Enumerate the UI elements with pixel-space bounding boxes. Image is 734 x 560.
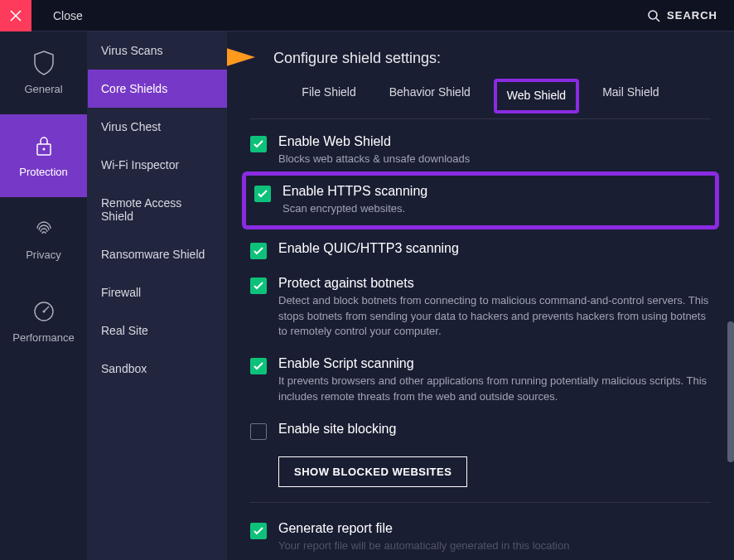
nav-label: General xyxy=(24,83,62,95)
lock-icon xyxy=(32,134,56,157)
setting-title: Generate report file xyxy=(278,521,569,536)
checkbox-quic[interactable] xyxy=(250,243,267,259)
search-label: SEARCH xyxy=(667,9,717,22)
tab-file-shield[interactable]: File Shield xyxy=(297,82,360,110)
nav-label: Performance xyxy=(12,331,74,344)
setting-title: Enable Script scanning xyxy=(278,356,711,371)
nav-item-protection[interactable]: Protection xyxy=(0,114,87,197)
search-button[interactable]: SEARCH xyxy=(647,9,717,22)
setting-desc: Your report file will be automatically g… xyxy=(278,538,569,554)
close-label: Close xyxy=(53,9,83,22)
close-icon xyxy=(10,10,22,22)
setting-desc: Blocks web attacks & unsafe downloads xyxy=(278,152,470,167)
subnav-item-remote-access[interactable]: Remote Access Shield xyxy=(88,184,227,235)
close-button[interactable] xyxy=(0,0,31,31)
tab-behavior-shield[interactable]: Behavior Shield xyxy=(384,82,476,110)
svg-point-0 xyxy=(649,11,657,19)
nav-item-privacy[interactable]: Privacy xyxy=(0,197,87,280)
content-panel: Configure shield settings: File Shield B… xyxy=(227,31,734,560)
setting-title: Enable QUIC/HTTP3 scanning xyxy=(278,241,459,256)
nav-label: Protection xyxy=(19,166,68,178)
setting-desc: It prevents browsers and other applicati… xyxy=(278,374,711,405)
page-title: Configure shield settings: xyxy=(273,50,711,67)
setting-title: Enable HTTPS scanning xyxy=(282,184,427,199)
setting-web-shield: Enable Web Shield Blocks web attacks & u… xyxy=(250,134,711,167)
checkbox-site-blocking[interactable] xyxy=(250,423,267,440)
nav-label: Privacy xyxy=(26,249,61,261)
fingerprint-icon xyxy=(32,217,56,240)
nav-item-general[interactable]: General xyxy=(0,31,87,114)
search-icon xyxy=(647,9,660,22)
subnav-item-virus-chest[interactable]: Virus Chest xyxy=(88,108,227,146)
setting-title: Protect against botnets xyxy=(278,276,711,291)
setting-botnet: Protect against botnets Detect and block… xyxy=(250,276,711,340)
svg-point-2 xyxy=(42,147,45,150)
tab-web-shield-highlight: Web Shield xyxy=(494,79,579,113)
tab-mail-shield[interactable]: Mail Shield xyxy=(597,82,664,110)
nav-rail: General Protection Privacy Performance xyxy=(0,31,88,560)
svg-point-4 xyxy=(42,310,45,312)
checkbox-botnet[interactable] xyxy=(250,278,267,294)
setting-title: Enable Web Shield xyxy=(278,134,470,149)
show-blocked-button[interactable]: SHOW BLOCKED WEBSITES xyxy=(278,456,467,487)
https-highlight: Enable HTTPS scanning Scan encrypted web… xyxy=(242,171,719,229)
setting-quic: Enable QUIC/HTTP3 scanning xyxy=(250,241,711,259)
checkbox-report[interactable] xyxy=(250,523,267,539)
divider xyxy=(250,502,711,503)
setting-desc: Scan encrypted websites. xyxy=(282,201,427,217)
nav-item-performance[interactable]: Performance xyxy=(0,280,87,363)
checkbox-web-shield[interactable] xyxy=(250,136,267,152)
subnav: Virus Scans Core Shields Virus Chest Wi-… xyxy=(88,31,227,560)
setting-report: Generate report file Your report file wi… xyxy=(250,521,711,554)
gauge-icon xyxy=(32,300,56,323)
setting-https: Enable HTTPS scanning Scan encrypted web… xyxy=(254,184,707,217)
titlebar: Close SEARCH xyxy=(0,0,734,31)
setting-desc: Detect and block botnets from connecting… xyxy=(278,293,711,340)
shield-icon xyxy=(32,51,56,75)
scrollbar-thumb[interactable] xyxy=(727,321,734,462)
setting-script: Enable Script scanning It prevents brows… xyxy=(250,356,711,405)
subnav-item-firewall[interactable]: Firewall xyxy=(88,273,227,311)
setting-title: Enable site blocking xyxy=(278,422,396,437)
setting-site-blocking: Enable site blocking xyxy=(250,422,711,440)
subnav-item-wifi-inspector[interactable]: Wi-Fi Inspector xyxy=(88,146,227,184)
subnav-item-virus-scans[interactable]: Virus Scans xyxy=(88,31,227,70)
shield-tabs: File Shield Behavior Shield Web Shield M… xyxy=(250,82,711,119)
checkbox-script[interactable] xyxy=(250,358,267,374)
subnav-item-real-site[interactable]: Real Site xyxy=(88,311,227,350)
subnav-item-core-shields[interactable]: Core Shields xyxy=(88,70,227,108)
subnav-item-sandbox[interactable]: Sandbox xyxy=(88,350,227,388)
arrow-annotation-icon xyxy=(227,46,255,69)
checkbox-https[interactable] xyxy=(254,186,271,202)
subnav-item-ransomware[interactable]: Ransomware Shield xyxy=(88,235,227,273)
tab-web-shield[interactable]: Web Shield xyxy=(507,89,566,102)
